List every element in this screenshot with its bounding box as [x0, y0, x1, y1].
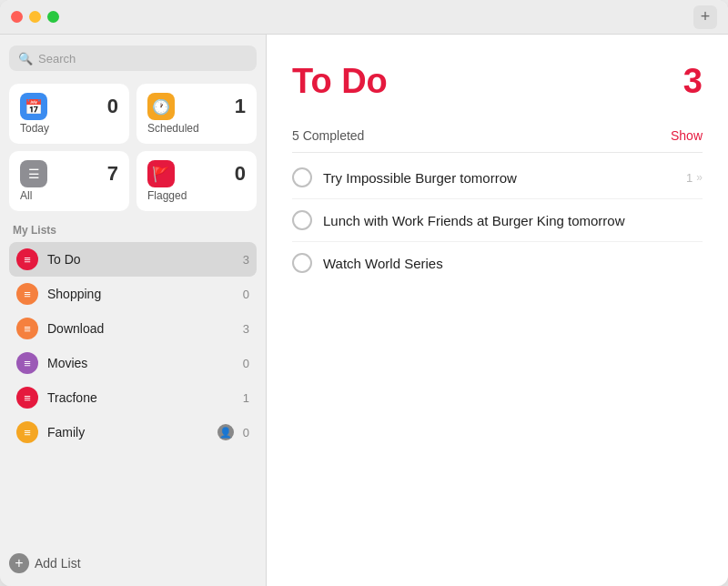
tracfone-list-icon: ≡: [16, 387, 38, 409]
today-label: Today: [20, 122, 118, 135]
movies-list-count: 0: [243, 357, 249, 370]
task-chevron-icon: »: [696, 171, 703, 184]
task-checkbox[interactable]: [292, 253, 312, 273]
task-checkbox[interactable]: [292, 167, 312, 187]
all-count: 7: [107, 162, 118, 186]
app-window: + 🔍 Search 📅 0 Today: [0, 0, 728, 586]
download-list-icon: ≡: [16, 318, 38, 339]
family-list-count: 0: [243, 426, 249, 440]
add-item-button[interactable]: +: [693, 5, 717, 29]
scheduled-icon: 🕐: [147, 93, 175, 120]
smart-list-all[interactable]: ☰ 7 All: [9, 151, 129, 211]
download-list-name: Download: [47, 321, 234, 336]
family-list-icon: ≡: [16, 421, 38, 443]
show-completed-button[interactable]: Show: [671, 128, 703, 143]
maximize-button[interactable]: [47, 11, 59, 23]
scheduled-label: Scheduled: [147, 122, 246, 135]
shopping-list-name: Shopping: [47, 287, 234, 301]
tracfone-list-count: 1: [243, 391, 249, 405]
add-list-icon: +: [9, 553, 29, 573]
flagged-icon: 🚩: [147, 160, 175, 187]
family-shared-icon: 👤: [217, 424, 234, 440]
main-content: 🔍 Search 📅 0 Today 🕐 1: [0, 35, 728, 586]
flagged-label: Flagged: [147, 189, 246, 202]
completed-label: 5 Completed: [292, 128, 364, 143]
task-row[interactable]: Watch World Series: [292, 242, 703, 284]
task-row[interactable]: Try Impossible Burger tomorrow 1 »: [292, 157, 703, 199]
today-count: 0: [107, 95, 118, 118]
todo-list-count: 3: [243, 253, 249, 267]
smart-list-flagged[interactable]: 🚩 0 Flagged: [136, 151, 257, 211]
scheduled-count: 1: [235, 95, 246, 118]
sidebar-item-todo[interactable]: ≡ To Do 3: [9, 242, 257, 277]
add-list-label: Add List: [35, 556, 81, 571]
task-name: Try Impossible Burger tomorrow: [323, 170, 675, 186]
tracfone-list-name: Tracfone: [47, 390, 234, 405]
task-name: Watch World Series: [323, 256, 703, 271]
movies-list-icon: ≡: [16, 352, 38, 374]
download-list-count: 3: [243, 322, 249, 336]
page-title: To Do: [292, 62, 388, 101]
search-icon: 🔍: [18, 52, 33, 66]
flagged-count: 0: [235, 162, 246, 186]
all-icon: ☰: [20, 160, 47, 187]
completed-row: 5 Completed Show: [292, 119, 703, 153]
task-meta: 1 »: [686, 171, 703, 185]
sidebar-item-family[interactable]: ≡ Family 👤 0: [9, 415, 257, 450]
sidebar-item-shopping[interactable]: ≡ Shopping 0: [9, 277, 257, 311]
traffic-lights: [11, 11, 59, 23]
smart-list-scheduled[interactable]: 🕐 1 Scheduled: [136, 84, 257, 144]
search-placeholder: Search: [38, 52, 76, 66]
all-label: All: [20, 189, 118, 202]
sidebar-item-tracfone[interactable]: ≡ Tracfone 1: [9, 380, 257, 415]
shopping-list-icon: ≡: [16, 283, 38, 305]
smart-list-today[interactable]: 📅 0 Today: [9, 84, 129, 144]
main-panel: To Do 3 5 Completed Show Try Impossible …: [267, 35, 728, 586]
task-checkbox[interactable]: [292, 210, 312, 230]
sidebar-item-download[interactable]: ≡ Download 3: [9, 311, 257, 346]
task-name: Lunch with Work Friends at Burger King t…: [323, 213, 703, 228]
task-count-badge: 1: [686, 171, 693, 185]
minimize-button[interactable]: [29, 11, 41, 23]
todo-list-name: To Do: [47, 252, 234, 267]
main-header: To Do 3: [292, 62, 703, 101]
my-lists-header: My Lists: [9, 224, 257, 237]
movies-list-name: Movies: [47, 356, 234, 370]
sidebar-item-movies[interactable]: ≡ Movies 0: [9, 346, 257, 380]
close-button[interactable]: [11, 11, 23, 23]
todo-list-icon: ≡: [16, 248, 38, 270]
main-task-count: 3: [683, 62, 703, 101]
family-list-name: Family: [47, 425, 208, 440]
smart-lists-grid: 📅 0 Today 🕐 1 Scheduled ☰: [9, 84, 257, 211]
today-icon: 📅: [20, 93, 47, 120]
search-bar[interactable]: 🔍 Search: [9, 45, 257, 71]
titlebar: +: [0, 0, 728, 35]
shopping-list-count: 0: [243, 288, 249, 301]
task-row[interactable]: Lunch with Work Friends at Burger King t…: [292, 199, 703, 242]
sidebar: 🔍 Search 📅 0 Today 🕐 1: [0, 35, 267, 586]
add-list-footer[interactable]: + Add List: [9, 544, 257, 586]
